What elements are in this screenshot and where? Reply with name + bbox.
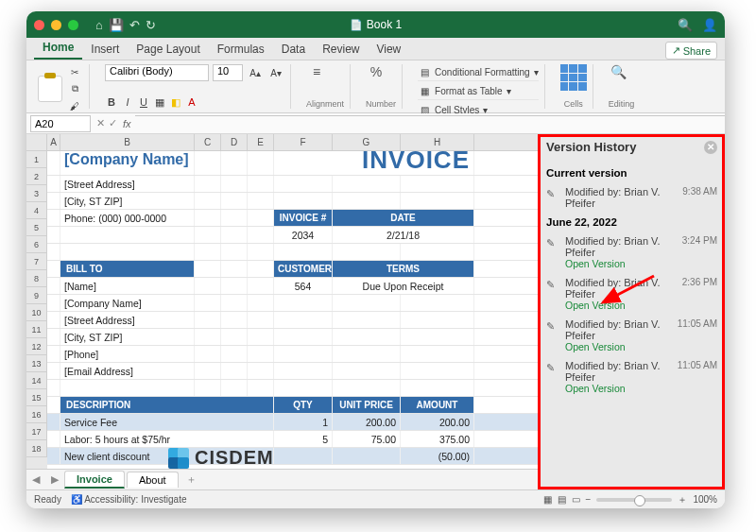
font-name-select[interactable]: Calibri (Body) [105, 64, 209, 81]
hdr-qty[interactable]: QTY [274, 397, 333, 413]
tab-home[interactable]: Home [34, 37, 82, 60]
billto-email[interactable]: [Email Address] [60, 363, 195, 379]
underline-button[interactable]: U [137, 96, 150, 109]
decrease-font-icon[interactable]: A▾ [267, 65, 284, 80]
row-header[interactable]: 5 [26, 219, 47, 236]
line-amt[interactable]: (50.00) [401, 448, 474, 464]
tab-formulas[interactable]: Formulas [209, 39, 273, 60]
line-amt[interactable]: 200.00 [401, 414, 474, 430]
editing-icon[interactable]: 🔍 [609, 64, 629, 85]
row-header[interactable]: 6 [26, 236, 47, 253]
version-item[interactable]: ✎ Modified by: Brian V. PfeiferOpen Vers… [546, 356, 717, 398]
row-header[interactable]: 17 [26, 423, 47, 440]
line-amt[interactable]: 375.00 [401, 431, 474, 447]
line-desc[interactable]: Service Fee [60, 414, 274, 430]
hdr-billto[interactable]: BILL TO [60, 261, 195, 277]
zoom-level[interactable]: 100% [693, 494, 717, 505]
tab-insert[interactable]: Insert [82, 39, 128, 60]
tab-page-layout[interactable]: Page Layout [128, 39, 208, 60]
billto-name[interactable]: [Name] [60, 278, 195, 294]
line-unit[interactable] [333, 448, 401, 464]
view-page-break-icon[interactable]: ▭ [572, 494, 580, 505]
open-version-link[interactable]: Open Version [565, 341, 672, 352]
line-desc[interactable]: Labor: 5 hours at $75/hr [60, 431, 274, 447]
col-header-f[interactable]: F [274, 134, 333, 150]
val-invoice-no[interactable]: 2034 [274, 227, 333, 243]
zoom-in-icon[interactable]: ＋ [678, 493, 687, 506]
paste-icon[interactable] [38, 76, 62, 102]
hdr-customer-id[interactable]: CUSTOMER ID [274, 261, 333, 277]
billto-phone[interactable]: [Phone] [60, 346, 195, 362]
company-phone[interactable]: Phone: (000) 000-0000 [60, 210, 195, 226]
version-item[interactable]: ✎ Modified by: Brian V. Pfeifer 9:38 AM [546, 182, 717, 213]
zoom-out-icon[interactable]: − [586, 494, 592, 505]
version-item[interactable]: ✎ Modified by: Brian V. PfeiferOpen Vers… [546, 232, 717, 273]
accessibility-status[interactable]: ♿ Accessibility: Investigate [71, 494, 187, 505]
row-header[interactable]: 2 [26, 168, 47, 185]
row-header[interactable]: 8 [26, 270, 47, 287]
row-header[interactable]: 3 [26, 185, 47, 202]
cut-icon[interactable]: ✂ [66, 64, 83, 79]
billto-street[interactable]: [Street Address] [60, 312, 195, 328]
font-size-select[interactable]: 10 [213, 64, 243, 81]
row-header[interactable]: 11 [26, 321, 47, 338]
fill-color-button[interactable]: ◧ [169, 96, 182, 109]
billto-city[interactable]: [City, ST ZIP] [60, 329, 195, 345]
billto-company[interactable]: [Company Name] [60, 295, 195, 311]
name-box[interactable]: A20 [30, 115, 91, 132]
hdr-invoice-no[interactable]: INVOICE # [274, 210, 333, 226]
open-version-link[interactable]: Open Version [565, 300, 677, 311]
fx-label[interactable]: fx [123, 118, 131, 129]
row-header[interactable]: 14 [26, 372, 47, 389]
company-street[interactable]: [Street Address] [60, 176, 195, 192]
open-version-link[interactable]: Open Version [565, 383, 672, 394]
sheet-nav-next-icon[interactable]: ▶ [45, 473, 64, 486]
col-header-g[interactable]: G [333, 134, 401, 150]
col-header-c[interactable]: C [195, 134, 221, 150]
col-header-a[interactable]: A [47, 134, 60, 150]
hdr-amount[interactable]: AMOUNT [401, 397, 474, 413]
company-name[interactable]: [Company Name] [60, 151, 195, 175]
line-qty[interactable]: 1 [274, 414, 333, 430]
col-header-e[interactable]: E [248, 134, 274, 150]
val-terms[interactable]: Due Upon Receipt [333, 278, 474, 294]
line-unit[interactable]: 200.00 [333, 414, 401, 430]
alignment-icon[interactable]: ≡ [306, 64, 327, 85]
line-qty[interactable]: 5 [274, 431, 333, 447]
hdr-unit-price[interactable]: UNIT PRICE [333, 397, 401, 413]
hdr-date[interactable]: DATE [333, 210, 474, 226]
format-as-table-button[interactable]: ▦Format as Table ▾ [418, 83, 539, 100]
hdr-description[interactable]: DESCRIPTION [60, 397, 274, 413]
accept-formula-icon[interactable]: ✓ [109, 117, 117, 129]
border-button[interactable]: ▦ [153, 96, 166, 109]
row-header[interactable]: 10 [26, 304, 47, 321]
cells-icon[interactable] [560, 64, 587, 91]
col-header-d[interactable]: D [221, 134, 248, 150]
version-item[interactable]: ✎ Modified by: Brian V. PfeiferOpen Vers… [546, 315, 717, 356]
increase-font-icon[interactable]: A▴ [247, 65, 264, 80]
tab-review[interactable]: Review [314, 39, 368, 60]
select-all-corner[interactable] [26, 134, 47, 150]
font-color-button[interactable]: A [185, 96, 198, 109]
row-header[interactable]: 7 [26, 253, 47, 270]
cancel-formula-icon[interactable]: ✕ [96, 117, 105, 129]
row-header[interactable]: 4 [26, 202, 47, 219]
view-normal-icon[interactable]: ▦ [543, 494, 552, 505]
sheet-tab-invoice[interactable]: Invoice [64, 471, 125, 489]
row-header[interactable]: 13 [26, 355, 47, 372]
line-unit[interactable]: 75.00 [333, 431, 401, 447]
val-customer-id[interactable]: 564 [274, 278, 333, 294]
italic-button[interactable]: I [121, 96, 134, 109]
sheet-tab-about[interactable]: About [127, 472, 179, 488]
format-painter-icon[interactable]: 🖌 [66, 98, 83, 113]
copy-icon[interactable]: ⧉ [66, 81, 83, 96]
add-sheet-button[interactable]: ＋ [180, 472, 202, 487]
bold-button[interactable]: B [105, 96, 118, 109]
row-header[interactable]: 12 [26, 338, 47, 355]
row-header[interactable]: 18 [26, 440, 47, 457]
hdr-terms[interactable]: TERMS [333, 261, 474, 277]
col-header-h[interactable]: H [401, 134, 474, 150]
close-panel-button[interactable]: ✕ [704, 141, 717, 154]
view-page-layout-icon[interactable]: ▤ [558, 494, 566, 505]
line-qty[interactable] [274, 448, 333, 464]
